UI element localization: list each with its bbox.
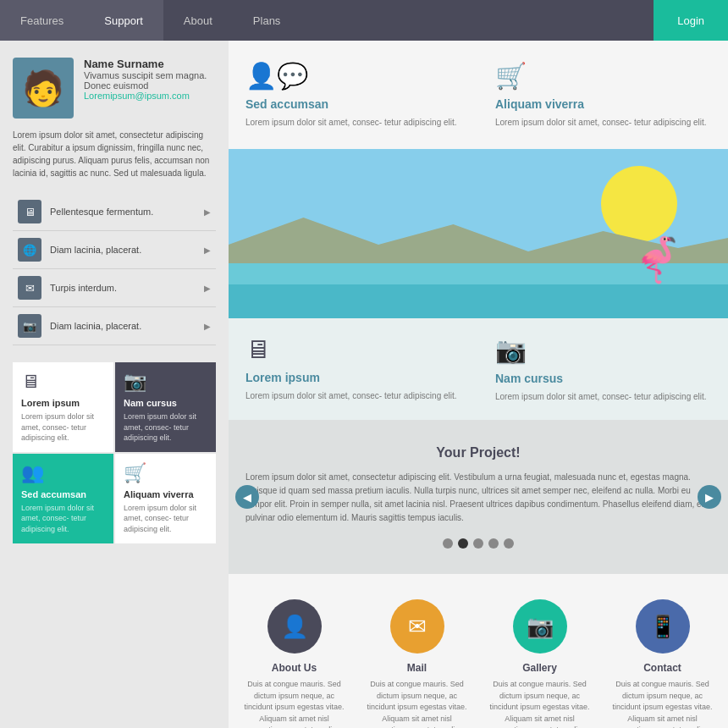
service-text-gallery: Duis at congue mauris. Sed dictum ipsum … [488, 679, 592, 728]
sidebar-nav-item-1[interactable]: 🖥 Pellentesque fermentum. ▶ [13, 193, 216, 231]
service-contact: 📱 Contact Duis at congue mauris. Sed dic… [605, 591, 720, 728]
feature2-text-2: Lorem ipsum dolor sit amet, consec- tetu… [495, 390, 711, 403]
dot-4[interactable] [488, 538, 499, 549]
feature2-icon-1: 🖥 [245, 335, 461, 364]
carousel-prev[interactable]: ◀ [235, 485, 259, 509]
sidebar-nav-item-3[interactable]: ✉ Turpis interdum. ▶ [13, 269, 216, 307]
service-text-contact: Duis at congue mauris. Sed dictum ipsum … [610, 679, 714, 728]
sidebar-icon-4: 📷 [18, 314, 41, 338]
project-title: Your Project! [245, 445, 711, 461]
feature2-text-1: Lorem ipsum dolor sit amet, consec- tetu… [245, 389, 461, 402]
card-icon-1: 🖥 [21, 371, 105, 393]
services-section: 👤 About Us Duis at congue mauris. Sed di… [229, 574, 728, 728]
nav-features[interactable]: Features [0, 0, 84, 41]
card-text-3: Lorem ipsum dolor sit amet, consec- tetu… [21, 503, 105, 535]
navigation: Features Support About Plans Login [0, 0, 728, 41]
arrow-icon-3: ▶ [204, 284, 211, 293]
feature2-1: 🖥 Lorem ipsum Lorem ipsum dolor sit amet… [229, 318, 478, 420]
sidebar: 🧑 Name Surname Vivamus suscipit sem magn… [0, 41, 229, 728]
feature-text-2: Lorem ipsum dolor sit amet, consec- tetu… [495, 116, 711, 129]
arrow-icon-2: ▶ [204, 245, 211, 255]
dot-5[interactable] [504, 538, 514, 549]
service-icon-about: 👤 [267, 599, 322, 654]
service-icon-mail: ✉ [390, 599, 444, 654]
profile-name: Name Surname [84, 58, 207, 70]
card-text-4: Lorem ipsum dolor sit amet, consec- tetu… [124, 503, 207, 535]
service-text-mail: Duis at congue mauris. Sed dictum ipsum … [365, 679, 469, 728]
sidebar-label-3: Turpis interdum. [50, 283, 204, 293]
project-section: ◀ ▶ Your Project! Lorem ipsum dolor sit … [229, 420, 728, 574]
carousel-dots [245, 538, 711, 549]
feature2-title-2: Nam cursus [495, 372, 711, 385]
service-about: 👤 About Us Duis at congue mauris. Sed di… [237, 591, 351, 728]
service-title-gallery: Gallery [488, 662, 592, 674]
card-title-3: Sed accumsan [21, 489, 105, 499]
service-icon-gallery: 📷 [513, 599, 567, 654]
service-title-about: About Us [242, 662, 346, 674]
card-text-2: Lorem ipsum dolor sit amet, consec- tetu… [124, 411, 207, 444]
sidebar-nav-item-4[interactable]: 📷 Diam lacinia, placerat. ▶ [13, 307, 216, 345]
arrow-icon-4: ▶ [204, 322, 211, 331]
service-gallery: 📷 Gallery Duis at congue mauris. Sed dic… [483, 591, 597, 728]
feature-title-1: Sed accumsan [245, 97, 461, 111]
service-title-mail: Mail [365, 662, 469, 674]
login-button[interactable]: Login [654, 0, 728, 41]
card-title-2: Nam cursus [124, 398, 207, 408]
dot-2[interactable] [458, 538, 468, 549]
feature-2: 🛒 Aliquam viverra Lorem ipsum dolor sit … [478, 41, 728, 149]
profile-email[interactable]: Loremipsum@ipsum.com [84, 91, 207, 101]
profile-description: Lorem ipsum dolor sit amet, consectetur … [13, 129, 216, 179]
feature2-icon-2: 📷 [495, 335, 711, 365]
flamingo-icon: 🦩 [631, 234, 686, 286]
service-title-contact: Contact [610, 662, 714, 674]
feature-1: 👤💬 Sed accumsan Lorem ipsum dolor sit am… [229, 41, 478, 149]
card-2: 📷 Nam cursus Lorem ipsum dolor sit amet,… [115, 362, 216, 452]
sidebar-icon-1: 🖥 [18, 200, 41, 223]
profile: 🧑 Name Surname Vivamus suscipit sem magn… [13, 58, 216, 119]
nav-support[interactable]: Support [84, 0, 163, 41]
card-3: 👥 Sed accumsan Lorem ipsum dolor sit ame… [13, 454, 113, 543]
sidebar-icon-3: ✉ [18, 276, 41, 300]
feature-text-1: Lorem ipsum dolor sit amet, consec- tetu… [245, 116, 461, 129]
card-icon-2: 📷 [124, 371, 207, 393]
sidebar-nav-item-2[interactable]: 🌐 Diam lacinia, placerat. ▶ [13, 231, 216, 269]
feature2-title-1: Lorem ipsum [245, 371, 461, 384]
dot-1[interactable] [443, 538, 453, 549]
card-text-1: Lorem ipsum dolor sit amet, consec- tetu… [21, 411, 105, 444]
avatar: 🧑 [13, 58, 74, 119]
carousel-next[interactable]: ▶ [698, 485, 721, 509]
dot-3[interactable] [473, 538, 483, 549]
nav-plans[interactable]: Plans [233, 0, 301, 41]
features2-section: 🖥 Lorem ipsum Lorem ipsum dolor sit amet… [229, 318, 728, 420]
nav-about[interactable]: About [163, 0, 233, 41]
card-icon-3: 👥 [21, 462, 105, 484]
feature-icon-2: 🛒 [495, 61, 711, 91]
arrow-icon-1: ▶ [204, 207, 211, 217]
project-text: Lorem ipsum dolor sit amet, consectetur … [245, 471, 711, 525]
sun-shape [601, 166, 677, 242]
service-icon-contact: 📱 [636, 599, 690, 654]
main-content: 👤💬 Sed accumsan Lorem ipsum dolor sit am… [229, 41, 728, 728]
card-1: 🖥 Lorem ipsum Lorem ipsum dolor sit amet… [13, 362, 113, 452]
card-title-1: Lorem ipsum [21, 398, 105, 408]
hero-landscape: 🦩 [229, 149, 728, 318]
sidebar-label-2: Diam lacinia, placerat. [50, 245, 204, 255]
service-text-about: Duis at congue mauris. Sed dictum ipsum … [242, 679, 346, 728]
sidebar-label-4: Diam lacinia, placerat. [50, 321, 204, 331]
feature2-2: 📷 Nam cursus Lorem ipsum dolor sit amet,… [478, 318, 728, 420]
feature-title-2: Aliquam viverra [495, 97, 711, 111]
features-section: 👤💬 Sed accumsan Lorem ipsum dolor sit am… [229, 41, 728, 149]
service-mail: ✉ Mail Duis at congue mauris. Sed dictum… [360, 591, 474, 728]
sidebar-label-1: Pellentesque fermentum. [50, 207, 204, 217]
cards-grid: 🖥 Lorem ipsum Lorem ipsum dolor sit amet… [13, 362, 216, 543]
feature-icon-1: 👤💬 [245, 61, 461, 91]
sidebar-icon-2: 🌐 [18, 238, 41, 262]
profile-sub2: Donec euismod [84, 80, 207, 91]
card-title-4: Aliquam viverra [124, 489, 207, 499]
profile-subtitle: Vivamus suscipit sem magna. [84, 70, 207, 80]
sidebar-nav: 🖥 Pellentesque fermentum. ▶ 🌐 Diam lacin… [13, 193, 216, 345]
card-4: 🛒 Aliquam viverra Lorem ipsum dolor sit … [115, 454, 216, 543]
card-icon-4: 🛒 [124, 462, 207, 484]
